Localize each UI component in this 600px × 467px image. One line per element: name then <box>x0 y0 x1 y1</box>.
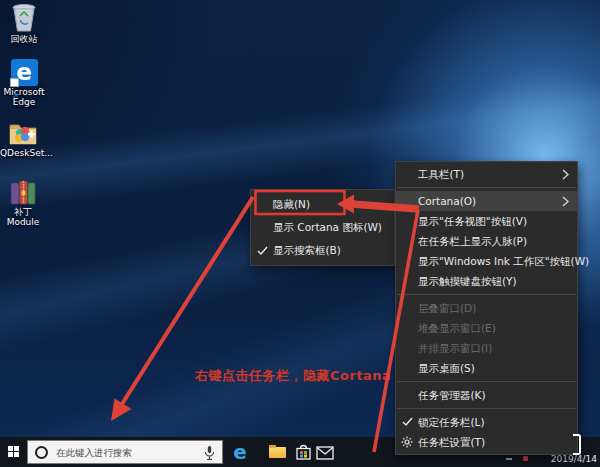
taskbar-file-explorer-icon[interactable] <box>265 437 289 467</box>
menu-item-show-touch-keyboard[interactable]: 显示触摸键盘按钮(Y) <box>396 271 577 291</box>
desktop-icon-microsoft-edge[interactable]: e Microsoft Edge <box>1 59 47 107</box>
desktop-icon-label: 回收站 <box>1 34 47 44</box>
menu-item-cascade-windows: 层叠窗口(D) <box>396 298 577 318</box>
winrar-archive-icon <box>10 179 36 206</box>
menu-item-cortana[interactable]: Cortana(O) <box>396 191 577 211</box>
menu-item-label: 显示桌面(S) <box>418 362 475 374</box>
chevron-right-icon <box>562 169 569 180</box>
menu-item-label: 并排显示窗口(I) <box>418 342 492 354</box>
menu-item-taskbar-settings[interactable]: 任务栏设置(T) <box>396 432 577 452</box>
recycle-bin-icon <box>11 3 37 33</box>
arrow-head-to-search-box <box>111 399 132 422</box>
menu-item-show-people[interactable]: 在任务栏上显示人脉(P) <box>396 231 577 251</box>
menu-item-label: 任务栏设置(T) <box>418 436 485 448</box>
ime-indicator-fragment <box>573 434 581 455</box>
windows-logo-icon <box>8 446 20 458</box>
menu-item-label: 显示 Cortana 图标(W) <box>273 221 382 233</box>
menu-separator <box>397 294 576 295</box>
tray-icon-fragment[interactable] <box>506 458 512 460</box>
store-bag-icon <box>295 443 312 461</box>
start-button[interactable] <box>0 437 27 467</box>
checkmark-icon <box>402 417 413 427</box>
menu-item-show-windows-ink[interactable]: 显示"Windows Ink 工作区"按钮(W) <box>396 251 577 271</box>
qdeskset-folder-icon <box>8 121 38 147</box>
menu-item-show-task-view-button[interactable]: 显示"任务视图"按钮(V) <box>396 211 577 231</box>
menu-item-label: 层叠窗口(D) <box>418 302 476 314</box>
menu-item-label: 在任务栏上显示人脉(P) <box>418 235 527 247</box>
annotation-text: 右键点击任务栏，隐藏Cortana <box>195 367 391 385</box>
taskbar-store-icon[interactable] <box>291 437 315 467</box>
gear-icon <box>401 436 413 448</box>
checkmark-icon <box>257 246 268 256</box>
mail-envelope-icon <box>316 446 334 460</box>
menu-separator <box>397 381 576 382</box>
menu-item-label: 锁定任务栏(L) <box>418 416 485 428</box>
menu-item-label: 显示"任务视图"按钮(V) <box>418 215 527 227</box>
submenu-item-hide[interactable]: 隐藏(N) <box>251 193 394 216</box>
menu-item-show-windows-side-by-side: 并排显示窗口(I) <box>396 338 577 358</box>
submenu-item-show-search-box[interactable]: 显示搜索框(B) <box>251 239 394 262</box>
menu-item-label: Cortana(O) <box>418 195 476 207</box>
menu-item-lock-taskbar[interactable]: 锁定任务栏(L) <box>396 412 577 432</box>
menu-separator <box>397 408 576 409</box>
desktop-icon-patch-module[interactable]: 补丁Module <box>0 179 46 227</box>
taskbar-context-menu: 工具栏(T) Cortana(O) 显示"任务视图"按钮(V) 在任务栏上显示人… <box>395 161 578 455</box>
chevron-right-icon <box>562 196 569 207</box>
menu-item-show-desktop[interactable]: 显示桌面(S) <box>396 358 577 378</box>
taskbar-edge-icon[interactable]: e <box>228 437 252 467</box>
menu-item-label: 任务管理器(K) <box>418 389 486 401</box>
search-placeholder: 在此键入进行搜索 <box>56 447 132 460</box>
menu-item-label: 显示"Windows Ink 工作区"按钮(W) <box>418 255 589 267</box>
desktop-icon-recycle-bin[interactable]: 回收站 <box>1 3 47 44</box>
menu-item-label: 显示触摸键盘按钮(Y) <box>418 275 517 287</box>
tray-red-icon[interactable] <box>523 456 528 461</box>
desktop-icon-qdeskset[interactable]: QDeskSet... <box>0 121 46 158</box>
cortana-circle-icon <box>35 446 48 459</box>
menu-item-label: 隐藏(N) <box>273 198 310 210</box>
windows-desktop: { "colors": { "annotation_red": "#d8423a… <box>0 0 600 467</box>
menu-item-label: 工具栏(T) <box>418 168 464 180</box>
taskbar-search-input[interactable]: 在此键入进行搜索 <box>27 440 223 464</box>
desktop-icon-label: Microsoft Edge <box>1 87 47 107</box>
folder-icon <box>269 447 286 458</box>
menu-item-toolbars[interactable]: 工具栏(T) <box>396 164 577 184</box>
desktop-icon-label: QDeskSet... <box>0 148 46 158</box>
edge-icon: e <box>11 59 38 86</box>
menu-item-label: 堆叠显示窗口(E) <box>418 322 496 334</box>
microphone-icon[interactable] <box>204 445 215 461</box>
menu-item-show-windows-stacked: 堆叠显示窗口(E) <box>396 318 577 338</box>
menu-item-label: 显示搜索框(B) <box>273 244 341 256</box>
shortcut-arrow-icon <box>10 78 19 87</box>
taskbar-clock-date[interactable]: 2019/4/14 <box>551 454 597 464</box>
taskbar-mail-icon[interactable] <box>313 437 337 467</box>
desktop-icon-label: 补丁Module <box>0 207 46 227</box>
menu-item-task-manager[interactable]: 任务管理器(K) <box>396 385 577 405</box>
submenu-item-show-cortana-icon[interactable]: 显示 Cortana 图标(W) <box>251 216 394 239</box>
cortana-submenu: 隐藏(N) 显示 Cortana 图标(W) 显示搜索框(B) <box>250 189 395 266</box>
menu-separator <box>397 187 576 188</box>
